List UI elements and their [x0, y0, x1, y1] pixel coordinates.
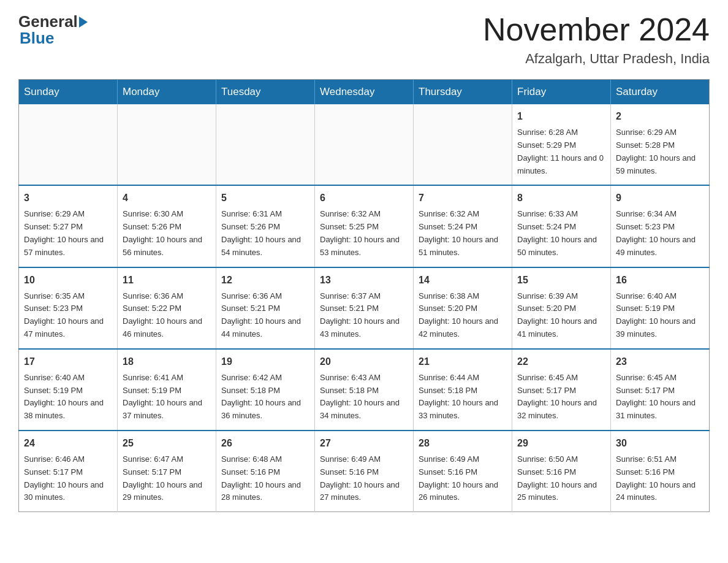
day-info: Sunrise: 6:49 AMSunset: 5:16 PMDaylight:…	[320, 453, 408, 504]
calendar-cell: 16Sunrise: 6:40 AMSunset: 5:19 PMDayligh…	[611, 267, 710, 349]
day-info: Sunrise: 6:34 AMSunset: 5:23 PMDaylight:…	[616, 208, 704, 259]
day-number: 27	[320, 436, 408, 451]
page-header: General Blue November 2024 Afzalgarh, Ut…	[18, 12, 710, 67]
day-number: 5	[221, 191, 309, 205]
calendar-cell: 23Sunrise: 6:45 AMSunset: 5:17 PMDayligh…	[611, 349, 710, 431]
day-info: Sunrise: 6:47 AMSunset: 5:17 PMDaylight:…	[123, 453, 211, 504]
day-info: Sunrise: 6:32 AMSunset: 5:24 PMDaylight:…	[419, 208, 507, 259]
day-number: 20	[320, 354, 408, 369]
calendar-cell: 26Sunrise: 6:48 AMSunset: 5:16 PMDayligh…	[216, 431, 315, 512]
calendar-cell: 3Sunrise: 6:29 AMSunset: 5:27 PMDaylight…	[19, 185, 118, 267]
calendar-cell: 30Sunrise: 6:51 AMSunset: 5:16 PMDayligh…	[611, 431, 710, 512]
logo-arrow-icon	[79, 17, 88, 28]
day-number: 23	[616, 354, 704, 369]
day-info: Sunrise: 6:49 AMSunset: 5:16 PMDaylight:…	[419, 453, 507, 504]
calendar-day-header: Saturday	[611, 80, 710, 105]
day-info: Sunrise: 6:37 AMSunset: 5:21 PMDaylight:…	[320, 290, 408, 341]
day-number: 13	[320, 273, 408, 288]
calendar-cell	[19, 104, 118, 185]
day-info: Sunrise: 6:31 AMSunset: 5:26 PMDaylight:…	[221, 208, 309, 259]
location-title: Afzalgarh, Uttar Pradesh, India	[483, 51, 710, 67]
day-info: Sunrise: 6:29 AMSunset: 5:27 PMDaylight:…	[24, 208, 112, 259]
day-info: Sunrise: 6:33 AMSunset: 5:24 PMDaylight:…	[517, 208, 605, 259]
day-number: 24	[24, 436, 112, 451]
day-info: Sunrise: 6:44 AMSunset: 5:18 PMDaylight:…	[419, 372, 507, 423]
day-number: 25	[123, 436, 211, 451]
day-info: Sunrise: 6:36 AMSunset: 5:22 PMDaylight:…	[123, 290, 211, 341]
logo: General Blue	[18, 12, 89, 48]
calendar-week-row: 1Sunrise: 6:28 AMSunset: 5:29 PMDaylight…	[19, 104, 710, 185]
calendar-header-row: SundayMondayTuesdayWednesdayThursdayFrid…	[19, 80, 710, 105]
day-info: Sunrise: 6:48 AMSunset: 5:16 PMDaylight:…	[221, 453, 309, 504]
day-number: 30	[616, 436, 704, 451]
day-info: Sunrise: 6:45 AMSunset: 5:17 PMDaylight:…	[616, 372, 704, 423]
day-number: 2	[616, 109, 704, 124]
calendar-week-row: 24Sunrise: 6:46 AMSunset: 5:17 PMDayligh…	[19, 431, 710, 512]
day-number: 18	[123, 354, 211, 369]
calendar-cell: 27Sunrise: 6:49 AMSunset: 5:16 PMDayligh…	[315, 431, 414, 512]
day-number: 4	[123, 191, 211, 205]
day-number: 1	[517, 109, 605, 124]
day-number: 22	[517, 354, 605, 369]
calendar-cell: 20Sunrise: 6:43 AMSunset: 5:18 PMDayligh…	[315, 349, 414, 431]
day-number: 3	[24, 191, 112, 205]
day-number: 7	[419, 191, 507, 205]
calendar-cell	[414, 104, 512, 185]
calendar-table: SundayMondayTuesdayWednesdayThursdayFrid…	[18, 79, 710, 512]
day-number: 9	[616, 191, 704, 205]
day-number: 15	[517, 273, 605, 288]
calendar-cell: 4Sunrise: 6:30 AMSunset: 5:26 PMDaylight…	[118, 185, 216, 267]
day-number: 21	[419, 354, 507, 369]
calendar-cell: 12Sunrise: 6:36 AMSunset: 5:21 PMDayligh…	[216, 267, 315, 349]
calendar-day-header: Wednesday	[315, 80, 414, 105]
calendar-cell: 9Sunrise: 6:34 AMSunset: 5:23 PMDaylight…	[611, 185, 710, 267]
day-info: Sunrise: 6:50 AMSunset: 5:16 PMDaylight:…	[517, 453, 605, 504]
day-info: Sunrise: 6:39 AMSunset: 5:20 PMDaylight:…	[517, 290, 605, 341]
calendar-week-row: 10Sunrise: 6:35 AMSunset: 5:23 PMDayligh…	[19, 267, 710, 349]
calendar-day-header: Monday	[118, 80, 216, 105]
calendar-day-header: Thursday	[414, 80, 512, 105]
day-number: 8	[517, 191, 605, 205]
calendar-cell: 15Sunrise: 6:39 AMSunset: 5:20 PMDayligh…	[512, 267, 611, 349]
calendar-cell: 18Sunrise: 6:41 AMSunset: 5:19 PMDayligh…	[118, 349, 216, 431]
day-info: Sunrise: 6:29 AMSunset: 5:28 PMDaylight:…	[616, 126, 704, 177]
day-number: 28	[419, 436, 507, 451]
day-info: Sunrise: 6:30 AMSunset: 5:26 PMDaylight:…	[123, 208, 211, 259]
calendar-day-header: Friday	[512, 80, 611, 105]
day-info: Sunrise: 6:45 AMSunset: 5:17 PMDaylight:…	[517, 372, 605, 423]
calendar-week-row: 3Sunrise: 6:29 AMSunset: 5:27 PMDaylight…	[19, 185, 710, 267]
day-number: 26	[221, 436, 309, 451]
calendar-cell: 5Sunrise: 6:31 AMSunset: 5:26 PMDaylight…	[216, 185, 315, 267]
day-number: 10	[24, 273, 112, 288]
calendar-cell	[118, 104, 216, 185]
day-info: Sunrise: 6:40 AMSunset: 5:19 PMDaylight:…	[616, 290, 704, 341]
calendar-cell: 17Sunrise: 6:40 AMSunset: 5:19 PMDayligh…	[19, 349, 118, 431]
day-info: Sunrise: 6:35 AMSunset: 5:23 PMDaylight:…	[24, 290, 112, 341]
calendar-cell: 24Sunrise: 6:46 AMSunset: 5:17 PMDayligh…	[19, 431, 118, 512]
day-number: 17	[24, 354, 112, 369]
day-info: Sunrise: 6:28 AMSunset: 5:29 PMDaylight:…	[517, 126, 605, 177]
calendar-cell: 22Sunrise: 6:45 AMSunset: 5:17 PMDayligh…	[512, 349, 611, 431]
title-section: November 2024 Afzalgarh, Uttar Pradesh, …	[483, 12, 710, 67]
day-number: 16	[616, 273, 704, 288]
calendar-cell: 6Sunrise: 6:32 AMSunset: 5:25 PMDaylight…	[315, 185, 414, 267]
calendar-cell	[216, 104, 315, 185]
day-number: 29	[517, 436, 605, 451]
day-info: Sunrise: 6:51 AMSunset: 5:16 PMDaylight:…	[616, 453, 704, 504]
calendar-cell: 25Sunrise: 6:47 AMSunset: 5:17 PMDayligh…	[118, 431, 216, 512]
calendar-cell: 21Sunrise: 6:44 AMSunset: 5:18 PMDayligh…	[414, 349, 512, 431]
calendar-cell: 10Sunrise: 6:35 AMSunset: 5:23 PMDayligh…	[19, 267, 118, 349]
calendar-cell: 13Sunrise: 6:37 AMSunset: 5:21 PMDayligh…	[315, 267, 414, 349]
day-info: Sunrise: 6:41 AMSunset: 5:19 PMDaylight:…	[123, 372, 211, 423]
day-info: Sunrise: 6:40 AMSunset: 5:19 PMDaylight:…	[24, 372, 112, 423]
calendar-day-header: Sunday	[19, 80, 118, 105]
day-info: Sunrise: 6:38 AMSunset: 5:20 PMDaylight:…	[419, 290, 507, 341]
day-number: 11	[123, 273, 211, 288]
day-info: Sunrise: 6:32 AMSunset: 5:25 PMDaylight:…	[320, 208, 408, 259]
calendar-cell: 7Sunrise: 6:32 AMSunset: 5:24 PMDaylight…	[414, 185, 512, 267]
month-title: November 2024	[483, 12, 710, 47]
day-info: Sunrise: 6:36 AMSunset: 5:21 PMDaylight:…	[221, 290, 309, 341]
logo-blue-text: Blue	[20, 29, 54, 48]
calendar-week-row: 17Sunrise: 6:40 AMSunset: 5:19 PMDayligh…	[19, 349, 710, 431]
day-number: 14	[419, 273, 507, 288]
